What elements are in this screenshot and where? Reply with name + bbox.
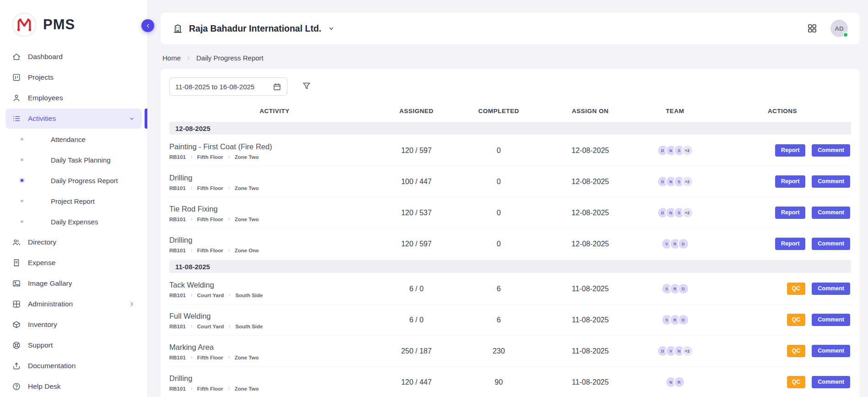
path-separator-icon [227, 293, 232, 298]
sidebar-subitem-label: Daily Task Planning [51, 156, 111, 164]
sidebar-collapse-button[interactable] [141, 19, 154, 32]
bullet-dot [21, 138, 23, 141]
assigned-value: 6 / 0 [380, 285, 453, 293]
report-button[interactable]: Report [775, 144, 805, 157]
date-group-header: 11-08-2025 [169, 260, 851, 273]
activity-cell: DrillingRB101Fifth FloorZone One [169, 235, 380, 253]
qc-button[interactable]: QC [787, 345, 806, 357]
filter-button[interactable] [301, 81, 312, 92]
sidebar-item-activities[interactable]: Activities [5, 109, 142, 129]
qc-button[interactable]: QC [787, 314, 806, 326]
sidebar-item-inventory[interactable]: Inventory [5, 315, 142, 335]
team-extra-badge[interactable]: +2 [682, 207, 693, 218]
comment-button[interactable]: Comment [812, 314, 850, 326]
activity-name: Tie Rod Fixing [169, 205, 380, 213]
apps-grid-button[interactable] [807, 23, 818, 34]
report-button[interactable]: Report [775, 175, 805, 188]
sidebar-item-documentation[interactable]: Documentation [5, 356, 142, 376]
activity-name: Painting - First Coat (Fire Red) [169, 142, 380, 151]
assign-on-value: 11-08-2025 [545, 285, 636, 293]
comment-button[interactable]: Comment [812, 207, 850, 219]
sidebar-item-employees[interactable]: Employees [5, 88, 142, 108]
sidebar-item-support[interactable]: Support [5, 335, 142, 355]
grid-icon [807, 23, 818, 34]
comment-button[interactable]: Comment [812, 376, 850, 388]
team-avatar[interactable]: D [678, 314, 689, 326]
activities-icon [12, 114, 21, 123]
sidebar-subitem-daily-progress-report[interactable]: Daily Progress Report [5, 170, 142, 190]
table-row: Full WeldingRB101Court YardSouth Side6 /… [169, 305, 851, 336]
qc-button[interactable]: QC [787, 376, 806, 388]
directory-icon [12, 238, 21, 247]
sidebar: PMS DashboardProjectsEmployeesActivities… [0, 0, 148, 397]
path-segment: South Side [235, 293, 263, 298]
user-avatar[interactable]: AD [830, 20, 848, 37]
activity-path: RB101Court YardSouth Side [169, 324, 380, 329]
header-actions: AD [807, 20, 848, 37]
assigned-value: 120 / 447 [380, 378, 453, 386]
activity-cell: DrillingRB101Fifth FloorZone Two [169, 173, 380, 191]
comment-button[interactable]: Comment [812, 144, 850, 157]
team-avatar[interactable]: D [678, 238, 689, 250]
completed-value: 0 [453, 178, 545, 186]
path-segment: RB101 [169, 217, 186, 222]
assign-on-value: 12-08-2025 [545, 147, 636, 155]
comment-button[interactable]: Comment [812, 283, 850, 295]
path-separator-icon [189, 355, 194, 360]
sidebar-subitem-attendance[interactable]: Attendance [5, 129, 142, 149]
comment-button[interactable]: Comment [812, 345, 850, 357]
team-extra-badge[interactable]: +2 [682, 176, 693, 187]
logo-m-icon [12, 12, 37, 37]
sidebar-subitem-daily-task-planning[interactable]: Daily Task Planning [5, 150, 142, 170]
sidebar-subitem-daily-expenses[interactable]: Daily Expenses [5, 212, 142, 232]
sidebar-item-expense[interactable]: Expense [5, 253, 142, 273]
sidebar-item-dashboard[interactable]: Dashboard [5, 47, 142, 67]
qc-button[interactable]: QC [787, 283, 806, 295]
sidebar-item-label: Dashboard [28, 53, 63, 61]
column-header-activity: ACTIVITY [169, 108, 380, 114]
path-segment: RB101 [169, 154, 186, 160]
sidebar-item-administration[interactable]: Administration [5, 294, 142, 314]
sidebar-subitem-label: Daily Progress Report [51, 177, 118, 185]
report-button[interactable]: Report [775, 238, 805, 250]
sidebar-item-label: Expense [28, 259, 55, 267]
app-logo[interactable]: PMS [12, 12, 147, 38]
company-selector[interactable]: Raja Bahadur International Ltd. [173, 23, 335, 34]
team-avatar[interactable]: R [674, 376, 685, 388]
activity-path: RB101Fifth FloorZone Two [169, 154, 380, 160]
sidebar-item-label: Activities [28, 114, 56, 123]
assigned-value: 100 / 447 [380, 178, 453, 186]
main-area: Raja Bahadur International Ltd. AD HomeD… [148, 0, 868, 397]
team-extra-badge[interactable]: +2 [682, 345, 693, 357]
sidebar-item-image-gallary[interactable]: Image Gallary [5, 273, 142, 294]
team-avatar[interactable]: D [678, 283, 689, 294]
path-segment: RB101 [169, 248, 186, 253]
path-separator-icon [227, 324, 232, 329]
bullet-dot [21, 179, 23, 182]
sidebar-item-label: Image Gallary [28, 279, 72, 288]
path-separator-icon [226, 386, 232, 391]
breadcrumb-item-daily-progress-report: Daily Progress Report [196, 54, 264, 62]
date-range-input[interactable]: 11-08-2025 to 16-08-2025 [169, 77, 287, 96]
comment-button[interactable]: Comment [812, 175, 850, 188]
comment-button[interactable]: Comment [812, 238, 850, 250]
sidebar-subitem-project-report[interactable]: Project Report [5, 191, 142, 211]
team-extra-badge[interactable]: +2 [682, 145, 693, 156]
column-header-assign-on: ASSIGN ON [545, 108, 636, 114]
team-avatars: DNS+2 [636, 207, 714, 218]
path-segment: Fifth Floor [197, 248, 223, 253]
activity-name: Drilling [169, 174, 380, 182]
report-button[interactable]: Report [775, 207, 805, 219]
sidebar-item-directory[interactable]: Directory [5, 232, 142, 252]
sidebar-item-label: Support [28, 341, 53, 349]
path-separator-icon [189, 217, 194, 222]
column-header-completed: COMPLETED [453, 108, 545, 114]
completed-value: 90 [453, 378, 545, 386]
activity-path: RB101Fifth FloorZone Two [169, 386, 380, 392]
breadcrumb-item-home[interactable]: Home [162, 54, 181, 62]
team-avatars: NR [636, 376, 714, 388]
projects-icon [12, 73, 21, 82]
sidebar-item-help-desk[interactable]: Help Desk [5, 376, 142, 397]
sidebar-item-projects[interactable]: Projects [5, 67, 142, 87]
path-separator-icon [189, 386, 194, 391]
